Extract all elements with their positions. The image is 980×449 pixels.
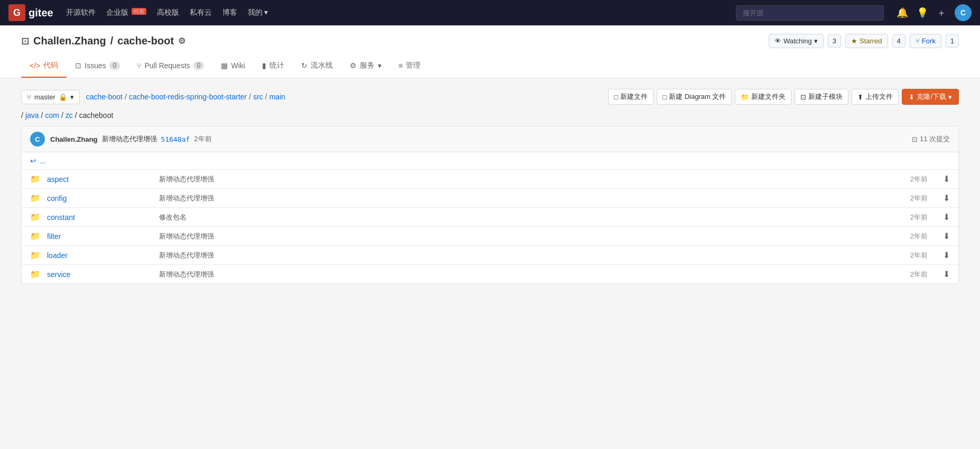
nav-opensource[interactable]: 开源软件 <box>66 8 96 17</box>
tab-services[interactable]: ⚙ 服务 ▾ <box>341 54 390 78</box>
branch-selector[interactable]: ⑂ master 🔒 ▾ <box>21 90 80 104</box>
download-icon[interactable]: ⬇ <box>934 231 950 241</box>
sub-breadcrumb-zc[interactable]: zc <box>66 111 73 120</box>
new-submodule-button[interactable]: ⊡ 新建子模块 <box>795 89 848 105</box>
file-time: 2年前 <box>885 194 928 203</box>
content-area: ⑂ master 🔒 ▾ cache-boot / cache-boot-red… <box>0 78 980 421</box>
plus-icon[interactable]: ＋ <box>937 6 946 19</box>
sub-breadcrumb: / java / com / zc / cacheboot <box>21 111 959 120</box>
file-time: 2年前 <box>885 232 928 241</box>
nav-university[interactable]: 高校版 <box>157 8 179 17</box>
search-input[interactable] <box>736 5 884 21</box>
watch-dropdown-icon: ▾ <box>814 37 818 45</box>
folder-icon: 📁 <box>30 174 41 184</box>
nav-private[interactable]: 私有云 <box>190 8 212 17</box>
tab-wiki[interactable]: ▦ Wiki <box>212 55 253 77</box>
topnav-right: 🔔 💡 ＋ C <box>897 4 972 21</box>
repo-actions: 👁 Watching ▾ 3 ★ Starred 4 ⑂ Fork 1 <box>769 34 959 48</box>
repo-name[interactable]: cache-boot <box>117 35 174 47</box>
fork-count: 1 <box>946 34 959 48</box>
new-file-button[interactable]: □ 新建文件 <box>608 89 654 105</box>
clone-download-button[interactable]: ⬇ 克隆/下载 ▾ <box>902 89 959 105</box>
repo-owner[interactable]: Challen.Zhang <box>33 35 106 47</box>
file-time: 2年前 <box>885 175 928 184</box>
download-icon[interactable]: ⬇ <box>934 269 950 279</box>
breadcrumb-main[interactable]: main <box>269 93 285 101</box>
enterprise-badge: 特惠 <box>132 8 146 15</box>
star-icon: ★ <box>851 37 857 45</box>
new-diagram-button[interactable]: □ 新建 Diagram 文件 <box>657 89 732 105</box>
file-name[interactable]: aspect <box>47 175 153 184</box>
settings-icon[interactable]: ⚙ <box>178 36 185 46</box>
pr-badge: 0 <box>193 61 204 70</box>
breadcrumb-redis-starter[interactable]: cache-boot-redis-spring-boot-starter <box>129 93 247 101</box>
tab-stats[interactable]: ▮ 统计 <box>254 54 293 78</box>
download-icon[interactable]: ⬇ <box>934 212 950 222</box>
file-commit-msg: 新增动态代理增强 <box>159 270 879 279</box>
watch-button[interactable]: 👁 Watching ▾ <box>769 34 824 48</box>
pr-icon: ⑂ <box>137 61 141 70</box>
logo[interactable]: G gitee <box>8 4 53 21</box>
logo-icon: G <box>8 4 25 21</box>
tab-pullrequests[interactable]: ⑂ Pull Requests 0 <box>128 55 212 77</box>
admin-icon: ≡ <box>398 61 403 70</box>
file-name[interactable]: service <box>47 270 153 279</box>
download-icon[interactable]: ⬇ <box>934 193 950 203</box>
breadcrumb-cache-boot[interactable]: cache-boot <box>86 93 123 101</box>
tab-issues[interactable]: ⊡ Issues 0 <box>67 55 128 77</box>
new-folder-button[interactable]: 📁 新建文件夹 <box>735 89 791 105</box>
bulb-icon[interactable]: 💡 <box>917 7 928 19</box>
lock-icon: 🔒 <box>59 93 67 101</box>
file-name[interactable]: config <box>47 194 153 203</box>
file-name[interactable]: loader <box>47 251 153 260</box>
repo-title: ⊡ Challen.Zhang / cache-boot ⚙ <box>21 35 185 47</box>
sub-breadcrumb-java[interactable]: java <box>25 111 39 120</box>
nav-mine[interactable]: 我的 ▾ <box>248 8 268 17</box>
file-commit-msg: 新增动态代理增强 <box>159 175 879 184</box>
file-time: 2年前 <box>885 270 928 279</box>
repo-icon: ⊡ <box>21 35 29 47</box>
commit-author[interactable]: Challen.Zhang <box>50 135 98 143</box>
new-submodule-icon: ⊡ <box>800 93 806 101</box>
commit-avatar: C <box>30 132 45 146</box>
upload-file-button[interactable]: ⬆ 上传文件 <box>852 89 899 105</box>
download-icon[interactable]: ⬇ <box>934 250 950 260</box>
new-diagram-icon: □ <box>662 93 667 101</box>
file-commit-msg: 新增动态代理增强 <box>159 194 879 203</box>
breadcrumb-src[interactable]: src <box>253 93 263 101</box>
commit-count-icon: ⊡ <box>912 135 918 143</box>
download-icon[interactable]: ⬇ <box>934 174 950 184</box>
folder-icon: 📁 <box>30 193 41 203</box>
nav-enterprise[interactable]: 企业版 特惠 <box>106 8 146 17</box>
file-row: 📁 constant 修改包名 2年前 ⬇ <box>22 208 958 227</box>
sub-breadcrumb-cacheboot: cacheboot <box>79 111 114 120</box>
watch-count: 3 <box>828 34 841 48</box>
file-name[interactable]: constant <box>47 213 153 222</box>
fork-button[interactable]: ⑂ Fork <box>910 34 941 48</box>
commit-hash[interactable]: 51648af <box>161 135 190 143</box>
new-folder-icon: 📁 <box>741 93 749 101</box>
notification-icon[interactable]: 🔔 <box>897 7 908 19</box>
commit-time: 2年前 <box>194 134 211 144</box>
eye-icon: 👁 <box>774 37 781 45</box>
up-directory-row[interactable]: ↩ ... <box>22 152 958 170</box>
tab-pipeline[interactable]: ↻ 流水线 <box>293 54 341 78</box>
services-icon: ⚙ <box>350 61 357 70</box>
repo-tabs: </> 代码 ⊡ Issues 0 ⑂ Pull Requests 0 ▦ Wi… <box>21 54 959 78</box>
wiki-icon: ▦ <box>221 61 228 70</box>
tab-admin[interactable]: ≡ 管理 <box>390 54 429 78</box>
pipeline-icon: ↻ <box>301 61 307 70</box>
branch-name: master <box>34 93 55 101</box>
tab-code[interactable]: </> 代码 <box>21 54 67 78</box>
file-commit-msg: 修改包名 <box>159 213 879 222</box>
file-actions: □ 新建文件 □ 新建 Diagram 文件 📁 新建文件夹 ⊡ 新建子模块 ⬆… <box>608 89 959 105</box>
commit-info: Challen.Zhang 新增动态代理增强 51648af 2年前 <box>50 134 907 144</box>
file-row: 📁 aspect 新增动态代理增强 2年前 ⬇ <box>22 170 958 189</box>
nav-blog[interactable]: 博客 <box>222 8 237 17</box>
file-name[interactable]: filter <box>47 232 153 241</box>
star-button[interactable]: ★ Starred <box>845 34 888 48</box>
sub-breadcrumb-com[interactable]: com <box>45 111 59 120</box>
commit-count[interactable]: ⊡ 11 次提交 <box>912 134 950 144</box>
avatar[interactable]: C <box>955 4 972 21</box>
file-time: 2年前 <box>885 251 928 260</box>
